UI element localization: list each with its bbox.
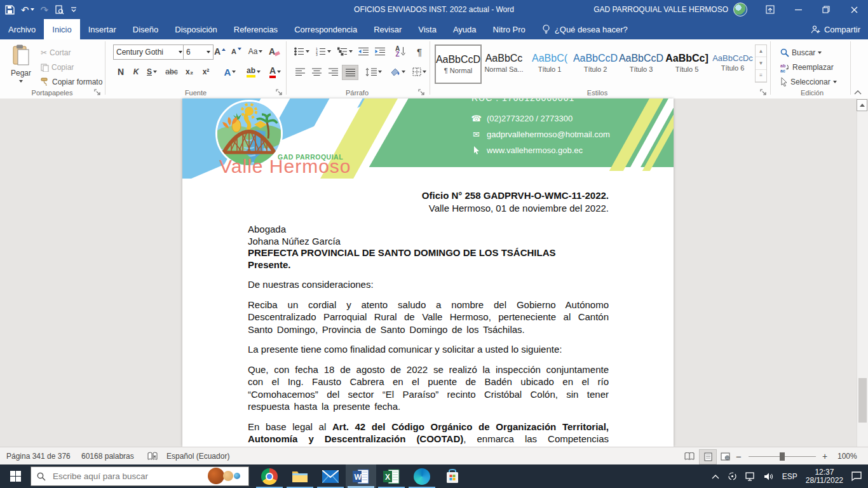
- taskbar-chrome-icon[interactable]: [254, 464, 285, 488]
- tab-nitro-pro[interactable]: Nitro Pro: [485, 19, 534, 39]
- replace-button[interactable]: abacReemplazar: [780, 60, 834, 74]
- superscript-button[interactable]: x²: [198, 65, 214, 79]
- language-indicator[interactable]: Español (Ecuador): [166, 447, 229, 465]
- paste-button[interactable]: Pegar: [5, 44, 37, 90]
- decrease-indent-button[interactable]: [356, 44, 371, 58]
- styles-dialog-launcher-icon[interactable]: [760, 89, 767, 96]
- tray-sync-icon[interactable]: [728, 471, 737, 481]
- collapse-ribbon-icon[interactable]: [854, 90, 862, 95]
- multilevel-list-button[interactable]: [336, 44, 355, 58]
- tab-insertar[interactable]: Insertar: [80, 19, 125, 39]
- bold-button[interactable]: N: [113, 65, 128, 79]
- styles-scroll-up-icon[interactable]: ▲: [756, 45, 766, 57]
- find-button[interactable]: Buscar: [780, 46, 822, 60]
- minimize-button[interactable]: [784, 0, 812, 19]
- zoom-in-button[interactable]: +: [822, 447, 827, 465]
- network-icon[interactable]: [745, 472, 756, 481]
- restore-button[interactable]: [812, 0, 840, 19]
- zoom-slider-thumb[interactable]: [780, 452, 785, 461]
- print-layout-button[interactable]: [699, 449, 717, 464]
- subscript-button[interactable]: x₂: [182, 65, 197, 79]
- styles-gallery-more-icon[interactable]: ≡: [756, 70, 766, 82]
- taskbar-edge-icon[interactable]: [407, 464, 437, 488]
- align-center-button[interactable]: [309, 65, 324, 79]
- borders-button[interactable]: [409, 65, 430, 79]
- taskbar-explorer-icon[interactable]: [285, 464, 315, 488]
- tab-referencias[interactable]: Referencias: [226, 19, 286, 39]
- change-case-button[interactable]: Aa: [247, 44, 264, 58]
- tab-correspondencia[interactable]: Correspondencia: [286, 19, 365, 39]
- language-abbr[interactable]: ESP: [782, 472, 797, 481]
- font-color-button[interactable]: A: [266, 65, 285, 79]
- font-dialog-launcher-icon[interactable]: [276, 89, 283, 96]
- tab-ayuda[interactable]: Ayuda: [445, 19, 485, 39]
- taskbar-excel-icon[interactable]: X: [376, 464, 407, 488]
- vertical-scrollbar[interactable]: [857, 98, 868, 447]
- tab-diseno[interactable]: Diseño: [125, 19, 166, 39]
- scrollbar-thumb[interactable]: [858, 378, 867, 423]
- sort-button[interactable]: AZ: [391, 44, 409, 58]
- taskbar-search[interactable]: [31, 466, 249, 486]
- zoom-level[interactable]: 100%: [837, 447, 857, 465]
- tab-archivo[interactable]: Archivo: [0, 19, 44, 39]
- font-family-combo[interactable]: Century Gothi: [113, 44, 186, 60]
- cut-button[interactable]: ✂Cortar: [41, 46, 71, 60]
- shading-button[interactable]: [388, 65, 408, 79]
- grow-font-button[interactable]: A: [212, 44, 227, 58]
- show-hidden-icons-icon[interactable]: [712, 474, 719, 479]
- account-name[interactable]: GAD PARROQUIAL VALLE HERMOSO: [593, 5, 728, 14]
- numbering-button[interactable]: 123: [314, 44, 333, 58]
- scroll-up-icon[interactable]: [857, 99, 867, 111]
- account-avatar[interactable]: [733, 3, 747, 17]
- line-spacing-button[interactable]: [363, 65, 384, 79]
- ribbon-display-options-icon[interactable]: [756, 0, 784, 19]
- proofing-status-icon[interactable]: [147, 447, 158, 465]
- letter-body[interactable]: Oficio N° 258 GADPRVH-O-WMC-11-2022. Val…: [248, 179, 609, 447]
- strikethrough-button[interactable]: abc: [164, 65, 179, 79]
- font-size-combo[interactable]: 6: [183, 44, 214, 60]
- style-titulo-2[interactable]: AaBbCcDTítulo 2: [573, 44, 618, 81]
- web-layout-button[interactable]: [717, 449, 733, 463]
- italic-button[interactable]: K: [128, 65, 144, 79]
- style-normal-sa[interactable]: AaBbCcNormal Sa...: [482, 44, 526, 81]
- shrink-font-button[interactable]: A: [229, 44, 244, 58]
- taskbar-store-icon[interactable]: [437, 464, 468, 488]
- read-mode-button[interactable]: [681, 449, 698, 463]
- clock[interactable]: 12:3728/11/2022: [806, 468, 843, 485]
- style-titulo-6[interactable]: AaBbCcDcTítulo 6: [710, 44, 755, 81]
- taskbar-word-icon[interactable]: W: [346, 464, 376, 488]
- increase-indent-button[interactable]: [372, 44, 388, 58]
- style-titulo-1[interactable]: AaBbC(Título 1: [527, 44, 572, 81]
- underline-button[interactable]: S: [142, 65, 161, 79]
- tab-revisar[interactable]: Revisar: [365, 19, 410, 39]
- tell-me-box[interactable]: ¿Qué desea hacer?: [534, 19, 636, 39]
- align-left-button[interactable]: [292, 65, 308, 79]
- style-titulo-3[interactable]: AaBbCcDTítulo 3: [619, 44, 663, 81]
- action-center-icon[interactable]: [851, 471, 862, 481]
- justify-button[interactable]: [342, 65, 358, 80]
- format-painter-button[interactable]: Copiar formato: [41, 75, 102, 89]
- word-count[interactable]: 60168 palabras: [81, 447, 134, 465]
- clear-formatting-button[interactable]: A: [267, 44, 282, 58]
- styles-scroll-down-icon[interactable]: ▼: [756, 57, 766, 69]
- zoom-out-button[interactable]: −: [736, 447, 742, 465]
- text-effects-button[interactable]: A: [220, 65, 240, 79]
- bullets-button[interactable]: [292, 44, 311, 58]
- share-button[interactable]: Compartir: [811, 19, 860, 39]
- copy-button[interactable]: Copiar: [41, 60, 74, 74]
- close-button[interactable]: [840, 0, 868, 19]
- paragraph-dialog-launcher-icon[interactable]: [418, 89, 425, 96]
- tab-vista[interactable]: Vista: [410, 19, 445, 39]
- tab-disposicion[interactable]: Disposición: [166, 19, 225, 39]
- document-page[interactable]: RUC : 1768126060001 ☎(02)2773220 / 27733…: [182, 98, 674, 447]
- style-titulo-5[interactable]: AaBbCc]Título 5: [665, 44, 709, 81]
- volume-icon[interactable]: [764, 472, 774, 481]
- show-paragraph-marks-button[interactable]: ¶: [412, 44, 427, 58]
- style-normal[interactable]: AaBbCcD¶ Normal: [435, 44, 482, 84]
- align-right-button[interactable]: [325, 65, 341, 79]
- tab-inicio[interactable]: Inicio: [44, 19, 79, 39]
- page-indicator[interactable]: Página 341 de 376: [6, 447, 71, 465]
- clipboard-dialog-launcher-icon[interactable]: [94, 89, 101, 96]
- select-button[interactable]: Seleccionar: [780, 75, 837, 89]
- start-button[interactable]: [0, 464, 31, 488]
